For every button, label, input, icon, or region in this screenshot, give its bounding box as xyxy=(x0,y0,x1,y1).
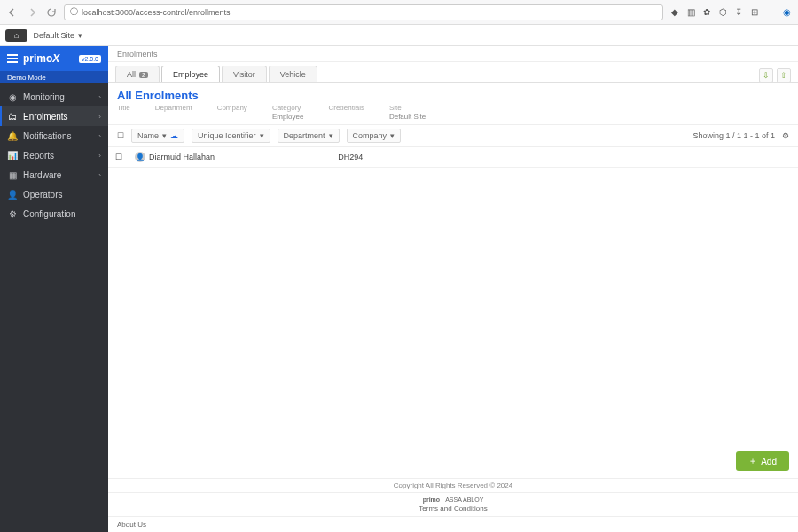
sidebar-item-reports[interactable]: 📊Reports› xyxy=(0,145,108,165)
sidebar-item-enrolments[interactable]: 🗂Enrolments› xyxy=(0,106,108,126)
tab-strip: All2EmployeeVisitorVehicle ⇩ ⇧ xyxy=(108,62,798,83)
browser-forward-icon[interactable] xyxy=(25,5,39,20)
browser-ext-icon[interactable]: ◆ xyxy=(669,6,681,19)
row-name: Diarmuid Hallahan xyxy=(149,153,215,161)
browser-profile-icon[interactable]: ◉ xyxy=(780,6,793,19)
row-comp-cell xyxy=(643,147,798,167)
export-button[interactable]: ⇧ xyxy=(777,68,791,82)
enrol-icon: 🗂 xyxy=(7,111,18,121)
browser-ext-icon[interactable]: ⬡ xyxy=(716,6,729,19)
meta-department: Department xyxy=(155,104,192,121)
url-text: localhost:3000/access-control/enrollment… xyxy=(82,8,231,17)
report-icon: 📊 xyxy=(7,150,18,160)
row-checkbox[interactable]: ☐ xyxy=(108,147,129,167)
browser-ext-icon[interactable]: ⋯ xyxy=(764,6,777,19)
sidebar-nav: ◉Monitoring›🗂Enrolments›🔔Notifications›📊… xyxy=(0,83,108,227)
chevron-right-icon: › xyxy=(98,171,101,179)
site-label: Default Site xyxy=(33,31,74,40)
version-badge: v2.0.0 xyxy=(79,55,101,63)
footer-copyright: Copyright All Rights Reserved © 2024 xyxy=(108,478,798,492)
cloud-sync-icon: ☁ xyxy=(170,131,178,140)
uid-column-dd[interactable]: Unique Identifier ▾ xyxy=(192,129,270,143)
tabstrip-tools: ⇩ ⇧ xyxy=(759,68,798,82)
chevron-down-icon: ▾ xyxy=(260,131,264,140)
add-button[interactable]: ＋ Add xyxy=(736,451,789,471)
sidebar-item-label: Notifications xyxy=(23,131,71,141)
demo-mode-badge: Demo Mode xyxy=(0,71,108,83)
meta-summary: TitleDepartmentCompanyCategoryEmployeeCr… xyxy=(108,104,798,124)
browser-refresh-icon[interactable] xyxy=(44,5,59,20)
name-column-dd[interactable]: Name ▾ ☁ xyxy=(131,129,184,143)
hamburger-icon[interactable] xyxy=(7,54,18,63)
user-icon: 👤 xyxy=(7,189,18,200)
sidebar-item-hardware[interactable]: ▦Hardware› xyxy=(0,165,108,184)
chevron-down-icon: ▾ xyxy=(162,131,167,140)
browser-toolbar-icons: ◆ ▥ ✿ ⬡ ↧ ⊞ ⋯ ◉ xyxy=(669,6,793,19)
content-panel: All Enrolments TitleDepartmentCompanyCat… xyxy=(108,83,798,532)
meta-label: Company xyxy=(217,104,247,112)
home-icon: ⌂ xyxy=(14,31,19,40)
tab-count-badge: 2 xyxy=(139,72,148,78)
meta-site: SiteDefault Site xyxy=(389,104,426,121)
table-row[interactable]: ☐👤Diarmuid HallahanDH294 xyxy=(108,147,798,168)
sidebar-item-operators[interactable]: 👤Operators xyxy=(0,184,108,204)
checkbox-header-icon[interactable]: ☐ xyxy=(117,131,124,140)
home-button[interactable]: ⌂ xyxy=(5,29,27,42)
tab-label: All xyxy=(127,70,136,79)
tab-all[interactable]: All2 xyxy=(115,66,160,82)
meta-company: Company xyxy=(217,104,247,121)
monitor-icon: ◉ xyxy=(7,91,18,102)
browser-chrome: ⓘ localhost:3000/access-control/enrollme… xyxy=(0,0,798,25)
meta-label: Site xyxy=(389,104,426,112)
main-area: Enrolments All2EmployeeVisitorVehicle ⇩ … xyxy=(108,46,798,532)
chevron-right-icon: › xyxy=(98,93,101,101)
sidebar-item-label: Configuration xyxy=(23,209,75,219)
meta-label: Credentials xyxy=(328,104,364,112)
tab-label: Vehicle xyxy=(280,70,306,79)
browser-ext-icon[interactable]: ✿ xyxy=(700,6,713,19)
import-button[interactable]: ⇩ xyxy=(759,68,773,82)
sidebar-item-label: Monitoring xyxy=(23,92,65,102)
tab-vehicle[interactable]: Vehicle xyxy=(269,66,317,82)
chevron-down-icon: ▾ xyxy=(390,131,395,140)
sidebar-item-label: Reports xyxy=(23,151,54,160)
browser-url-bar[interactable]: ⓘ localhost:3000/access-control/enrollme… xyxy=(64,4,663,20)
brand-name: primoX xyxy=(23,52,59,65)
tab-visitor[interactable]: Visitor xyxy=(222,66,267,82)
sidebar-item-label: Hardware xyxy=(23,170,61,180)
tab-label: Employee xyxy=(173,70,208,79)
row-name-cell: 👤Diarmuid Hallahan xyxy=(129,147,332,167)
meta-label: Department xyxy=(155,104,192,112)
meta-label: Category xyxy=(272,104,304,112)
site-selector[interactable]: Default Site ▾ xyxy=(33,31,82,40)
chevron-right-icon: › xyxy=(98,152,101,160)
paging-info: Showing 1 / 1 1 - 1 of 1 xyxy=(692,131,775,140)
footer-about[interactable]: About Us xyxy=(108,516,798,532)
breadcrumb-text: Enrolments xyxy=(117,50,158,59)
browser-ext-icon[interactable]: ▥ xyxy=(685,6,697,19)
sidebar-item-notifications[interactable]: 🔔Notifications› xyxy=(0,126,108,145)
chevron-right-icon: › xyxy=(98,113,101,121)
plus-icon: ＋ xyxy=(748,455,757,467)
chevron-down-icon: ▾ xyxy=(329,131,333,140)
browser-back-icon[interactable] xyxy=(5,5,20,20)
meta-label: Title xyxy=(117,104,130,112)
bell-icon: 🔔 xyxy=(7,130,18,141)
meta-value: Employee xyxy=(272,113,304,121)
sidebar-item-configuration[interactable]: ⚙Configuration xyxy=(0,204,108,223)
sidebar-item-monitoring[interactable]: ◉Monitoring› xyxy=(0,87,108,106)
breadcrumb: Enrolments xyxy=(108,46,798,62)
browser-ext-icon[interactable]: ↧ xyxy=(732,6,745,19)
comp-column-dd[interactable]: Company ▾ xyxy=(347,129,402,143)
chip-icon: ▦ xyxy=(7,169,18,180)
app-topbar: ⌂ Default Site ▾ xyxy=(0,25,798,46)
tab-employee[interactable]: Employee xyxy=(161,66,220,82)
browser-ext-icon[interactable]: ⊞ xyxy=(748,6,761,19)
grid-settings-icon[interactable]: ⚙ xyxy=(782,131,789,140)
meta-title: Title xyxy=(117,104,130,121)
sidebar-item-label: Enrolments xyxy=(23,112,68,121)
meta-category: CategoryEmployee xyxy=(272,104,304,121)
footer-terms-link[interactable]: Terms and Conditions xyxy=(419,505,487,512)
dept-column-dd[interactable]: Department ▾ xyxy=(278,129,340,143)
meta-value: Default Site xyxy=(389,113,426,121)
